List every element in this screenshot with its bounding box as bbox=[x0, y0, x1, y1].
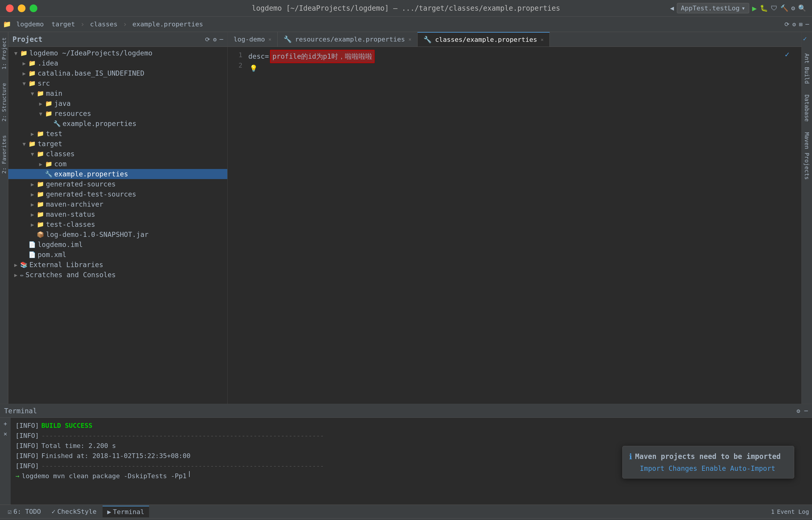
tree-item-generated-sources[interactable]: ▶ 📁 generated-sources bbox=[8, 179, 227, 189]
event-log-label: Event Log bbox=[777, 508, 809, 515]
status-bar: Maven projects need to be imported // Im… bbox=[0, 518, 812, 520]
info-tag-3: [INFO] bbox=[16, 441, 39, 451]
settings-icon[interactable]: ⚙ bbox=[791, 4, 795, 12]
tree-item-pom[interactable]: 📄 pom.xml bbox=[8, 250, 227, 260]
tree-item-iml[interactable]: 📄 logdemo.iml bbox=[8, 239, 227, 250]
prop-icon-1: 🔧 bbox=[283, 35, 292, 43]
database-label[interactable]: Database bbox=[803, 92, 811, 124]
cursor bbox=[189, 471, 190, 477]
highlighted-value-1: profile的id为p1时，啦啦啦啦 bbox=[270, 50, 374, 63]
event-log-count: 1 bbox=[771, 508, 775, 515]
maximize-button[interactable] bbox=[30, 4, 37, 12]
tree-item-scratches[interactable]: ▶ ✏️ Scratches and Consoles bbox=[8, 270, 227, 280]
chevron-down-icon: ▾ bbox=[741, 4, 745, 12]
run-config[interactable]: AppTest.testLog ▾ bbox=[677, 3, 749, 14]
top-toolbar: 📁 logdemo target › classes › example.pro… bbox=[0, 17, 812, 32]
tree-item-generated-test-sources[interactable]: ▶ 📁 generated-test-sources bbox=[8, 189, 227, 199]
minimize-project-icon[interactable]: ─ bbox=[220, 36, 223, 43]
debug-button[interactable]: 🐛 bbox=[760, 4, 768, 12]
tab-label-log-demo: log-demo bbox=[234, 35, 265, 43]
todo-label: 6: TODO bbox=[13, 508, 41, 515]
tab-todo[interactable]: ☑ 6: TODO bbox=[3, 506, 46, 517]
bottom-tabs: ☑ 6: TODO ✓ CheckStyle ▶ Terminal 1 Even… bbox=[0, 504, 812, 518]
ant-build-label[interactable]: Ant Build bbox=[803, 51, 811, 86]
back-icon[interactable]: ◀ bbox=[670, 4, 674, 12]
code-key-1: desc= bbox=[248, 51, 269, 62]
tree-item-external-libraries[interactable]: ▶ 📚 External Libraries bbox=[8, 260, 227, 270]
window-controls bbox=[6, 4, 37, 12]
structure-panel-label[interactable]: 2: Structure bbox=[0, 81, 8, 124]
tree-item-test-classes[interactable]: ▶ 📁 test-classes bbox=[8, 219, 227, 230]
cog-project-icon[interactable]: ⚙ bbox=[213, 36, 217, 43]
enable-auto-import-link[interactable]: Enable Auto-Import bbox=[701, 465, 775, 472]
terminal-title: Terminal bbox=[4, 407, 37, 415]
tree-item-jar[interactable]: 📦 log-demo-1.0-SNAPSHOT.jar bbox=[8, 230, 227, 239]
tree-item-idea[interactable]: ▶ 📁 .idea bbox=[8, 58, 227, 68]
tree-item-resources-prop[interactable]: 🔧 example.properties bbox=[8, 119, 227, 129]
left-panel-labels: 1: Project 2: Structure 2: Favorites bbox=[0, 32, 8, 404]
notification-title: Maven projects need to be imported bbox=[635, 452, 781, 461]
tab-classes-prop[interactable]: 🔧 classes/example.properties ✕ bbox=[417, 32, 550, 47]
tree-item-target[interactable]: ▼ 📁 target bbox=[8, 139, 227, 149]
separator-1: ----------------------------------------… bbox=[41, 431, 324, 441]
config-icon[interactable]: ⚙ bbox=[792, 21, 796, 28]
terminal-close-icon[interactable]: ─ bbox=[804, 407, 808, 414]
tree-item-resources[interactable]: ▼ 📁 resources bbox=[8, 108, 227, 119]
tree-item-main[interactable]: ▼ 📁 main bbox=[8, 88, 227, 98]
add-terminal-icon[interactable]: + bbox=[4, 420, 7, 427]
project-panel-label[interactable]: 1: Project bbox=[0, 35, 8, 72]
window-title: logdemo [~/IdeaProjects/logdemo] – .../t… bbox=[252, 4, 560, 12]
tab-close-resources-prop[interactable]: ✕ bbox=[408, 36, 411, 42]
minimize-panel-icon[interactable]: ─ bbox=[806, 21, 809, 28]
breadcrumb-2[interactable]: classes bbox=[88, 19, 120, 29]
run-button[interactable]: ▶ bbox=[752, 4, 757, 13]
minimize-button[interactable] bbox=[18, 4, 26, 12]
tree-item-com[interactable]: ▶ 📁 com bbox=[8, 159, 227, 169]
tab-close-log-demo[interactable]: ✕ bbox=[269, 36, 271, 42]
code-line-1: desc=profile的id为p1时，啦啦啦啦 bbox=[248, 50, 801, 63]
sync-icon[interactable]: ⟳ bbox=[784, 21, 789, 28]
tree-item-logdemo[interactable]: ▼ 📁 logdemo ~/IdeaProjects/logdemo bbox=[8, 48, 227, 58]
bulb-icon[interactable]: 💡 bbox=[249, 63, 258, 74]
tab-label-resources-prop: resources/example.properties bbox=[295, 35, 405, 43]
editor-content[interactable]: 1 2 desc=profile的id为p1时，啦啦啦啦 💡 ✓ bbox=[227, 47, 801, 404]
terminal-settings-icon[interactable]: ⚙ bbox=[796, 407, 800, 414]
maven-projects-label[interactable]: Maven Projects bbox=[803, 130, 811, 182]
tab-checkstyle[interactable]: ✓ CheckStyle bbox=[47, 506, 101, 517]
event-log-area[interactable]: 1 Event Log bbox=[771, 508, 809, 515]
tab-close-classes-prop[interactable]: ✕ bbox=[541, 37, 544, 43]
finished-at-text: Finished at: 2018-11-02T15:22:35+08:00 bbox=[41, 451, 190, 461]
tree-item-maven-status[interactable]: ▶ 📁 maven-status bbox=[8, 209, 227, 219]
import-changes-link[interactable]: Import Changes bbox=[640, 465, 697, 472]
tree-item-test[interactable]: ▶ 📁 test bbox=[8, 129, 227, 139]
search-icon[interactable]: 🔍 bbox=[798, 4, 806, 12]
breadcrumb-1[interactable]: target bbox=[49, 19, 77, 29]
checkstyle-label: CheckStyle bbox=[57, 508, 96, 515]
tree-item-java[interactable]: ▶ 📁 java bbox=[8, 98, 227, 108]
tree-item-classes[interactable]: ▼ 📁 classes bbox=[8, 149, 227, 159]
prompt-arrow: → bbox=[16, 471, 19, 481]
breadcrumb-3[interactable]: example.properties bbox=[130, 19, 206, 29]
favorites-panel-label[interactable]: 2: Favorites bbox=[0, 133, 8, 176]
tab-log-demo[interactable]: log-demo ✕ bbox=[227, 32, 278, 47]
tree-item-catalina[interactable]: ▶ 📁 catalina.base_IS_UNDEFINED bbox=[8, 68, 227, 78]
project-name: logdemo bbox=[14, 19, 46, 29]
tree-item-classes-prop[interactable]: 🔧 example.properties bbox=[8, 169, 227, 179]
tree-item-maven-archiver[interactable]: ▶ 📁 maven-archiver bbox=[8, 199, 227, 209]
terminal-icon: ▶ bbox=[107, 508, 111, 516]
project-tree: ▼ 📁 logdemo ~/IdeaProjects/logdemo ▶ 📁 .… bbox=[8, 47, 227, 404]
terminal-line-2: [INFO] ---------------------------------… bbox=[16, 431, 807, 441]
tab-resources-prop[interactable]: 🔧 resources/example.properties ✕ bbox=[278, 32, 418, 47]
close-button[interactable] bbox=[6, 4, 13, 12]
info-icon: ℹ bbox=[629, 452, 632, 461]
close-terminal-icon[interactable]: ✕ bbox=[4, 430, 7, 437]
coverage-button[interactable]: 🛡 bbox=[771, 4, 777, 12]
expand-icon[interactable]: ⊞ bbox=[799, 21, 803, 28]
build-success-text: BUILD SUCCESS bbox=[41, 421, 92, 431]
terminal-line-1: [INFO] BUILD SUCCESS bbox=[16, 421, 807, 431]
build-button[interactable]: 🔨 bbox=[780, 4, 788, 12]
sync-project-icon[interactable]: ⟳ bbox=[205, 36, 210, 43]
tab-terminal[interactable]: ▶ Terminal bbox=[103, 506, 149, 517]
editor-check-icon: ✓ bbox=[785, 50, 789, 59]
tree-item-src[interactable]: ▼ 📁 src bbox=[8, 78, 227, 88]
